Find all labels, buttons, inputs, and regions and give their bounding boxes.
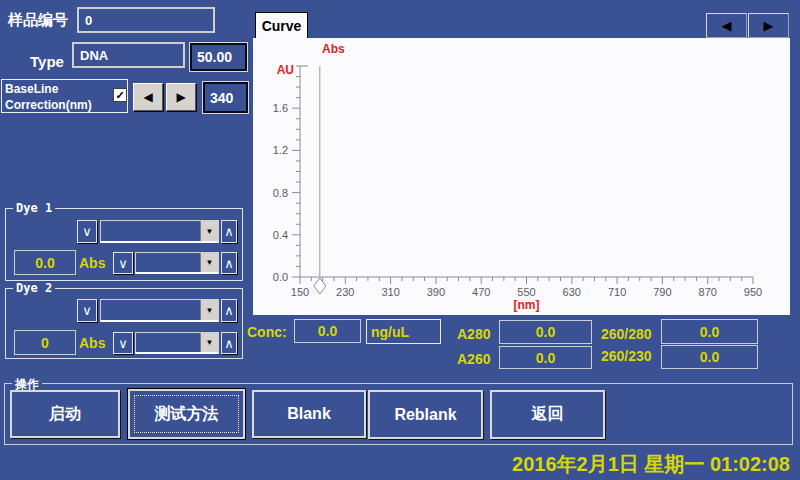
dropdown-arrow-icon[interactable]: ▼ [200, 333, 218, 352]
spectrum-plot: 0.00.40.81.21.61502303103904705506307107… [253, 38, 790, 315]
right-arrow-icon: ▶ [764, 18, 774, 33]
svg-text:[nm]: [nm] [514, 298, 540, 312]
factor-input[interactable]: 50.00 [190, 43, 247, 71]
chevron-up-icon: ∧ [224, 303, 234, 318]
test-method-button[interactable]: 测试方法 [128, 389, 245, 439]
svg-text:630: 630 [563, 286, 581, 298]
dye2-select[interactable]: ▼ [100, 299, 219, 322]
dye1-spin-up-button[interactable]: ∧ [221, 220, 237, 243]
chevron-down-icon: ∨ [118, 256, 128, 271]
dye1-abs-spin-up-button[interactable]: ∧ [221, 252, 237, 274]
svg-text:150: 150 [291, 286, 309, 298]
a260-value: 0.0 [499, 346, 592, 369]
dye2-abs-spin-up-button[interactable]: ∧ [221, 332, 237, 354]
dropdown-arrow-icon[interactable]: ▼ [200, 221, 218, 241]
conc-unit: ng/uL [366, 319, 441, 344]
prev-page-button[interactable]: ◀ [706, 13, 747, 38]
chevron-up-icon: ∧ [224, 256, 234, 271]
dye2-group-label: Dye 2 [13, 281, 55, 295]
chevron-up-icon: ∧ [224, 224, 234, 239]
return-button[interactable]: 返回 [490, 390, 605, 439]
dye2-abs-value: 0 [14, 330, 76, 355]
ratio-260-280-value: 0.0 [661, 319, 758, 344]
chevron-down-icon: ∨ [82, 224, 92, 239]
blank-button[interactable]: Blank [252, 390, 366, 438]
baseline-decrease-button[interactable]: ◀ [133, 83, 163, 111]
dropdown-arrow-icon[interactable]: ▼ [200, 253, 218, 272]
dye1-abs-select-value [136, 253, 200, 272]
left-arrow-icon: ◀ [143, 90, 152, 104]
spectrophotometer-screen: 样品编号 0 Type DNA 50.00 BaseLine Correctio… [0, 0, 800, 480]
tab-curve[interactable]: Curve [255, 12, 308, 38]
baseline-correction-box: BaseLine Correction(nm) [1, 79, 128, 113]
svg-text:0.4: 0.4 [273, 229, 288, 241]
svg-text:230: 230 [336, 286, 354, 298]
ratio-260-230-label: 260/230 [601, 348, 652, 364]
wavelength-cursor-handle[interactable] [313, 276, 328, 295]
start-button[interactable]: 启动 [10, 390, 120, 438]
left-arrow-icon: ◀ [722, 18, 732, 33]
datetime-text: 2016年2月1日 星期一 01:02:08 [400, 451, 790, 478]
dye1-abs-label: Abs [79, 255, 105, 271]
svg-text:Abs: Abs [322, 42, 345, 56]
chevron-up-icon: ∧ [224, 336, 234, 351]
dye2-abs-label: Abs [79, 335, 105, 351]
sample-number-label: 样品编号 [8, 11, 68, 30]
dye1-group: Dye 1 ∨ ▼ ∧ 0.0 Abs ∨ ▼ ∧ [5, 208, 243, 281]
ratio-260-230-value: 0.0 [661, 345, 758, 369]
svg-text:870: 870 [699, 286, 717, 298]
type-label: Type [30, 53, 64, 70]
svg-text:710: 710 [608, 286, 626, 298]
dye2-select-value [101, 300, 200, 320]
ratio-260-280-label: 260/280 [601, 326, 652, 342]
type-input[interactable]: DNA [72, 42, 185, 68]
conc-label: Conc: [247, 324, 287, 340]
spectrum-axes: 0.00.40.81.21.61502303103904705506307107… [253, 38, 790, 315]
dye1-group-label: Dye 1 [13, 201, 55, 215]
dye1-select[interactable]: ▼ [100, 220, 219, 243]
right-arrow-icon: ▶ [176, 90, 185, 104]
svg-text:1.2: 1.2 [273, 144, 288, 156]
baseline-wavelength-input[interactable]: 340 [203, 82, 248, 113]
dye2-abs-spin-down-button[interactable]: ∨ [113, 332, 133, 354]
dye1-abs-select[interactable]: ▼ [135, 252, 219, 274]
baseline-increase-button[interactable]: ▶ [166, 83, 196, 111]
svg-text:470: 470 [472, 286, 490, 298]
a280-value: 0.0 [499, 320, 592, 344]
svg-text:AU: AU [277, 63, 294, 77]
svg-text:550: 550 [517, 286, 535, 298]
baseline-correction-label: BaseLine Correction(nm) [2, 80, 127, 113]
next-page-button[interactable]: ▶ [748, 13, 789, 38]
svg-text:950: 950 [744, 286, 762, 298]
svg-text:310: 310 [381, 286, 399, 298]
dye1-spin-down-button[interactable]: ∨ [77, 220, 97, 243]
dye1-abs-value: 0.0 [14, 250, 76, 275]
baseline-checkbox[interactable]: ✓ [113, 88, 127, 102]
svg-text:0.8: 0.8 [273, 187, 288, 199]
dye1-abs-spin-down-button[interactable]: ∨ [113, 252, 133, 274]
a260-label: A260 [457, 351, 490, 367]
dye2-abs-select[interactable]: ▼ [135, 332, 219, 354]
svg-text:1.6: 1.6 [273, 102, 288, 114]
chevron-down-icon: ∨ [118, 336, 128, 351]
a280-label: A280 [457, 326, 490, 342]
dye2-abs-select-value [136, 333, 200, 352]
svg-text:0.0: 0.0 [273, 271, 288, 283]
sample-number-input[interactable]: 0 [77, 7, 215, 33]
dye1-select-value [101, 221, 200, 241]
dye2-group: Dye 2 ∨ ▼ ∧ 0 Abs ∨ ▼ ∧ [5, 288, 243, 359]
dye2-spin-down-button[interactable]: ∨ [77, 299, 97, 322]
svg-text:390: 390 [427, 286, 445, 298]
dropdown-arrow-icon[interactable]: ▼ [200, 300, 218, 320]
checkmark-icon: ✓ [115, 89, 124, 102]
reblank-button[interactable]: Reblank [368, 390, 483, 439]
conc-value: 0.0 [294, 319, 361, 343]
svg-text:790: 790 [653, 286, 671, 298]
dye2-spin-up-button[interactable]: ∧ [221, 299, 237, 322]
chevron-down-icon: ∨ [82, 303, 92, 318]
